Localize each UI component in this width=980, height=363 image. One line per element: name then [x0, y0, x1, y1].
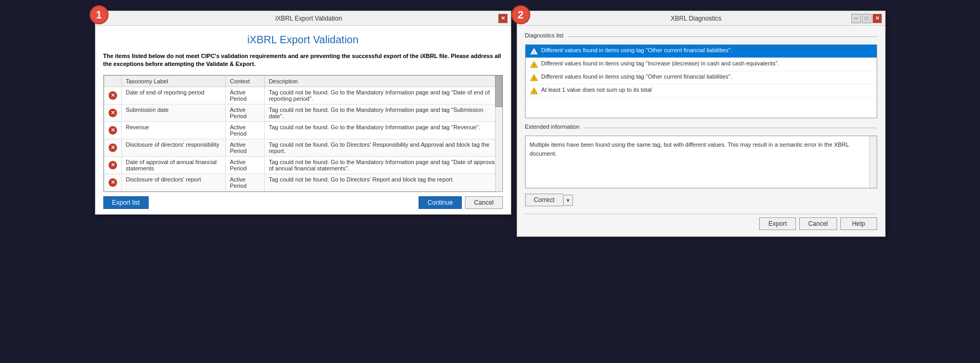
- diagnostics-item-text: At least 1 value does not sum up to its …: [541, 87, 652, 93]
- table-row: ✕ Disclosure of directors' report Active…: [104, 174, 502, 191]
- row-context: Active Period: [226, 156, 265, 174]
- col-taxonomy-header: Taxonomy Label: [121, 75, 226, 87]
- diagnostics-divider-line: [568, 36, 877, 37]
- window1-title: iXBRL Export Validation: [120, 15, 498, 22]
- error-icon: ✕: [109, 109, 117, 117]
- table-row: ✕ Disclosure of directors' responsibilit…: [104, 139, 502, 156]
- table-row: ✕ Date of approval of annual financial s…: [104, 156, 502, 174]
- cancel-button-w1[interactable]: Cancel: [465, 196, 502, 209]
- col-context-header: Context: [226, 75, 265, 87]
- row-label: Disclosure of directors' responsibility: [121, 139, 226, 156]
- window2: X XBRL Diagnostics ─ □ ✕ Diagnostics lis…: [517, 11, 886, 237]
- help-button[interactable]: Help: [840, 217, 877, 230]
- table-row: ✕ Revenue Active Period Tag could not be…: [104, 121, 502, 139]
- warning-triangle-icon: !: [530, 60, 538, 69]
- row-description: Tag could not be found. Go to Directors'…: [264, 174, 502, 191]
- table-row: ✕ Submission date Active Period Tag coul…: [104, 104, 502, 121]
- row-icon-cell: ✕: [104, 104, 121, 121]
- extended-info-divider-line: [584, 128, 877, 128]
- warning-triangle-icon: !: [530, 47, 538, 55]
- validation-table-container: Taxonomy Label Context Description ✕ Dat…: [103, 75, 503, 192]
- error-icon: ✕: [109, 161, 117, 169]
- row-context: Active Period: [226, 87, 265, 104]
- svg-text:!: !: [533, 77, 535, 81]
- row-icon-cell: ✕: [104, 156, 121, 174]
- row-label: Submission date: [121, 104, 226, 121]
- error-icon: ✕: [109, 126, 117, 135]
- row-description: Tag could not be found. Go to the Mandat…: [264, 156, 502, 174]
- correct-dropdown-btn[interactable]: ▾: [563, 195, 573, 206]
- diagnostics-item-text: Different values found in items using ta…: [541, 47, 732, 53]
- continue-button[interactable]: Continue: [419, 196, 462, 209]
- window1-description: The items listed below do not meet CIPC'…: [103, 52, 503, 69]
- row-context: Active Period: [226, 121, 265, 139]
- table-scrollbar-thumb[interactable]: [495, 75, 502, 107]
- correct-button-area: Correct ▾: [525, 194, 877, 206]
- table-scrollbar[interactable]: [495, 75, 502, 192]
- correct-button[interactable]: Correct: [525, 194, 563, 206]
- diagnostics-item[interactable]: ! Different values found in items using …: [526, 45, 877, 58]
- extended-info-section: Extended information Multiple items have…: [525, 123, 877, 188]
- correct-btn-group: Correct ▾: [525, 194, 573, 206]
- error-icon: ✕: [109, 91, 117, 100]
- row-description: Tag could not be found. Go to the Mandat…: [264, 104, 502, 121]
- window2-controls: ─ □ ✕: [851, 14, 882, 23]
- svg-text:!: !: [533, 50, 535, 55]
- diagnostics-item[interactable]: ! At least 1 value does not sum up to it…: [526, 84, 877, 98]
- window1-heading: iXBRL Export Validation: [103, 34, 503, 46]
- row-label: Revenue: [121, 121, 226, 139]
- diagnostics-item-text: Different values found in items using ta…: [541, 73, 732, 80]
- extended-info-text: Multiple items have been found using the…: [530, 141, 849, 157]
- row-icon-cell: ✕: [104, 139, 121, 156]
- svg-text:!: !: [533, 90, 535, 94]
- window1-body: iXBRL Export Validation The items listed…: [95, 26, 511, 214]
- warning-triangle-icon: !: [530, 87, 538, 95]
- row-label: Date of end of reporting period: [121, 87, 226, 104]
- row-description: Tag could not be found. Go to the Mandat…: [264, 121, 502, 139]
- error-icon: ✕: [109, 178, 117, 187]
- extended-info-label: Extended information: [525, 123, 580, 130]
- row-description: Tag could not be found. Go to the Mandat…: [264, 87, 502, 104]
- diagnostics-divider: Diagnostics list: [525, 32, 877, 41]
- diagnostics-label: Diagnostics list: [525, 32, 564, 39]
- window2-footer: Export Cancel Help: [525, 214, 877, 230]
- row-label: Disclosure of directors' report: [121, 174, 226, 191]
- window2-maximize-btn[interactable]: □: [862, 14, 871, 23]
- col-icon-header: [104, 75, 121, 87]
- warning-triangle-icon: !: [530, 73, 538, 82]
- row-description: Tag could not be found. Go to Directors'…: [264, 139, 502, 156]
- diagnostics-item[interactable]: ! Different values found in items using …: [526, 71, 877, 84]
- row-icon-cell: ✕: [104, 121, 121, 139]
- cancel-button-w2[interactable]: Cancel: [799, 217, 837, 230]
- row-context: Active Period: [226, 174, 265, 191]
- row-context: Active Period: [226, 104, 265, 121]
- row-context: Active Period: [226, 139, 265, 156]
- window1-close-btn[interactable]: ✕: [498, 14, 508, 23]
- export-list-button[interactable]: Export list: [103, 196, 149, 209]
- window2-close-btn[interactable]: ✕: [872, 14, 882, 23]
- window2-minimize-btn[interactable]: ─: [851, 14, 861, 23]
- extended-info-divider: Extended information: [525, 123, 877, 132]
- extended-info-scrollbar[interactable]: [869, 136, 877, 188]
- export-button[interactable]: Export: [759, 217, 796, 230]
- error-icon: ✕: [109, 144, 117, 152]
- window2-body: Diagnostics list ! Different values foun…: [517, 26, 885, 236]
- window2-title: XBRL Diagnostics: [541, 15, 851, 22]
- row-icon-cell: ✕: [104, 87, 121, 104]
- col-description-header: Description: [264, 75, 502, 87]
- validation-table: Taxonomy Label Context Description ✕ Dat…: [104, 75, 502, 192]
- diagnostics-section: Diagnostics list ! Different values foun…: [525, 32, 877, 118]
- window1-titlebar: iXBRL Export Validation ✕: [95, 11, 511, 26]
- diagnostics-item[interactable]: ! Different values found in items using …: [526, 58, 877, 71]
- window2-titlebar: X XBRL Diagnostics ─ □ ✕: [517, 11, 885, 26]
- svg-text:!: !: [533, 63, 535, 68]
- diagnostics-item-text: Different values found in items using ta…: [541, 60, 780, 66]
- window1-footer: Export list Continue Cancel: [103, 192, 503, 209]
- row-icon-cell: ✕: [104, 174, 121, 191]
- table-row: ✕ Date of end of reporting period Active…: [104, 87, 502, 104]
- extended-info-panel: Multiple items have been found using the…: [525, 136, 877, 188]
- window1-controls: ✕: [498, 14, 508, 23]
- window1: iXBRL Export Validation ✕ iXBRL Export V…: [95, 11, 511, 215]
- window1-badge: 1: [90, 5, 109, 24]
- row-label: Date of approval of annual financial sta…: [121, 156, 226, 174]
